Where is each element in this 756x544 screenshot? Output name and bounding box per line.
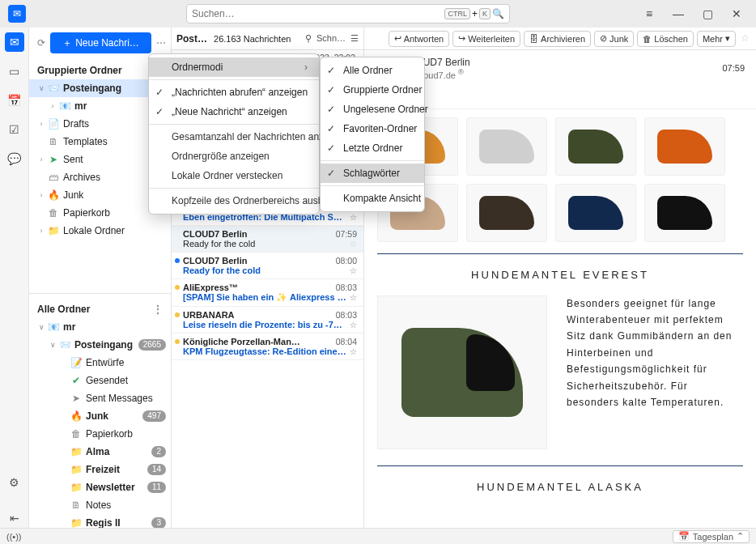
submenu-compact[interactable]: Kompakte Ansicht xyxy=(321,189,424,208)
reply-button[interactable]: ↩Antworten xyxy=(389,31,450,47)
message-row[interactable]: AliExpress™08:03[SPAM] Sie haben ein ✨ A… xyxy=(172,279,363,307)
settings-icon[interactable]: ⚙ xyxy=(5,473,24,492)
message-time: 07:59 xyxy=(722,63,745,73)
folder-a-regis[interactable]: 📁Regis II3 xyxy=(29,514,171,529)
forward-button[interactable]: ↪Weiterleiten xyxy=(452,31,520,47)
maximize-button[interactable]: ▢ xyxy=(696,2,719,25)
menu-show-new[interactable]: ✓„Neue Nachricht“ anzeigen xyxy=(149,102,319,121)
menu-show-fetch[interactable]: ✓„Nachrichten abrufen“ anzeigen xyxy=(149,83,319,102)
more-button[interactable]: Mehr▾ xyxy=(697,31,736,47)
all-folders-options-icon[interactable]: ⋮ xyxy=(153,304,163,315)
titlebar: ✉ CTRL + K 🔍 ≡ — ▢ ✕ xyxy=(0,0,756,28)
message-toolbar: ↩Antworten ↪Weiterleiten 🗄Archivieren ⊘J… xyxy=(364,28,756,50)
submenu-grouped[interactable]: ✓Gruppierte Ordner xyxy=(321,80,424,100)
menu-icon[interactable]: ≡ xyxy=(638,2,660,25)
all-folders-header: Alle Ordner⋮ xyxy=(29,297,171,318)
menu-hide-header[interactable]: Kopfzeile des Ordnerbereichs ausblenden xyxy=(149,191,319,210)
get-messages-icon[interactable]: ⟳ xyxy=(37,37,45,49)
folder-mode-submenu: ✓Alle Ordner ✓Gruppierte Ordner ✓Ungeles… xyxy=(320,57,425,212)
archive-button[interactable]: 🗄Archivieren xyxy=(524,31,591,47)
menu-hide-local[interactable]: Lokale Ordner verstecken xyxy=(149,166,319,185)
kbd-ctrl: CTRL xyxy=(444,8,470,19)
product-thumb[interactable] xyxy=(555,184,636,242)
activity-bar: ✉ ▭ 📅 ☑ 💬 ⚙ ⇤ xyxy=(0,28,29,528)
folder-a-notes[interactable]: 🗎Notes xyxy=(29,496,171,514)
message-row[interactable]: Königliche Porzellan-Manufaktur Berlin08… xyxy=(172,334,363,360)
folder-a-freizeit[interactable]: 📁Freizeit14 xyxy=(29,461,171,478)
filter-icon[interactable]: ⚲ xyxy=(305,33,312,44)
product-title-2: HUNDEMANTEL ALASKA xyxy=(377,481,743,493)
product-thumb[interactable] xyxy=(466,184,547,242)
search-icon: 🔍 xyxy=(492,8,504,19)
product-thumb[interactable] xyxy=(644,184,725,242)
agenda-button[interactable]: 📅Tagesplan⌃ xyxy=(673,530,750,543)
list-settings-icon[interactable]: ☰ xyxy=(350,33,359,44)
folder-a-news[interactable]: 📁Newsletter11 xyxy=(29,478,171,496)
menu-size[interactable]: Ordnergröße anzeigen xyxy=(149,147,319,166)
folder-a-papierkorb[interactable]: 🗑Papierkorb xyxy=(29,425,171,443)
product-thumb[interactable] xyxy=(555,117,636,176)
product-thumb[interactable] xyxy=(644,117,725,176)
compose-button[interactable]: ＋Neue Nachri… xyxy=(50,32,151,53)
message-row[interactable]: CLOUD7 Berlin08:00Ready for the cold☆ xyxy=(172,253,363,279)
folder-pane-options-icon[interactable]: ⋯ xyxy=(156,37,166,49)
submenu-fav[interactable]: ✓Favoriten-Ordner xyxy=(321,119,424,138)
submenu-recent[interactable]: ✓Letzte Ordner xyxy=(321,138,424,158)
message-row[interactable]: CLOUD7 Berlin07:59Ready for the cold☆ xyxy=(172,226,363,253)
folder-a-mr[interactable]: ∨📧mr xyxy=(29,318,171,336)
menu-ordnermodi[interactable]: Ordnermodi› xyxy=(149,57,319,77)
junk-button[interactable]: ⊘Junk xyxy=(594,31,634,47)
status-bar: ((•)) 📅Tagesplan⌃ xyxy=(0,528,756,544)
app-icon: ✉ xyxy=(8,5,26,23)
folder-lokale[interactable]: ›📁Lokale Ordner xyxy=(29,222,171,240)
tasks-tab-icon[interactable]: ☑ xyxy=(5,120,24,139)
search-box[interactable]: CTRL + K 🔍 xyxy=(186,4,510,23)
minimize-button[interactable]: — xyxy=(667,2,690,25)
folder-a-gesendet[interactable]: ✔Gesendet xyxy=(29,372,171,389)
delete-button[interactable]: 🗑Löschen xyxy=(637,31,694,47)
product-image-1 xyxy=(377,295,547,449)
submenu-tags[interactable]: ✓Schlagwörter xyxy=(321,164,424,183)
mail-tab-icon[interactable]: ✉ xyxy=(5,32,24,52)
message-row[interactable]: URBANARA08:03Leise rieseln die Prozente:… xyxy=(172,307,363,334)
product-desc-1: Besonders geeignet für lange Winterabent… xyxy=(567,295,743,449)
folder-a-entwurfe[interactable]: 📝Entwürfe xyxy=(29,354,171,372)
calendar-tab-icon[interactable]: 📅 xyxy=(5,91,24,110)
folder-a-alma[interactable]: 📁Alma2 xyxy=(29,443,171,461)
menu-total[interactable]: Gesamtanzahl der Nachrichten anzeigen xyxy=(149,127,319,147)
product-title-1: HUNDEMANTEL EVEREST xyxy=(377,269,743,281)
product-thumb[interactable] xyxy=(466,117,547,176)
search-input[interactable] xyxy=(192,8,443,19)
message-subject: he cold xyxy=(376,88,745,102)
connection-icon[interactable]: ((•)) xyxy=(6,532,22,542)
chat-tab-icon[interactable]: 💬 xyxy=(5,149,24,168)
submenu-all[interactable]: ✓Alle Ordner xyxy=(321,61,424,80)
addressbook-tab-icon[interactable]: ▭ xyxy=(5,62,24,81)
collapse-icon[interactable]: ⇤ xyxy=(5,508,24,528)
folder-a-junk[interactable]: 🔥Junk497 xyxy=(29,407,171,425)
kbd-k: K xyxy=(479,8,491,19)
folder-a-sentmsg[interactable]: ➤Sent Messages xyxy=(29,389,171,407)
folder-a-posteingang[interactable]: ∨📨Posteingang2665 xyxy=(29,336,171,354)
close-button[interactable]: ✕ xyxy=(725,2,748,25)
star-icon[interactable]: ☆ xyxy=(739,31,751,47)
message-list-header: Post… 26.163 Nachrichten ⚲ Schn… ☰ xyxy=(172,28,363,50)
folder-pane-options-menu: Ordnermodi› ✓„Nachrichten abrufen“ anzei… xyxy=(148,53,320,215)
submenu-unread[interactable]: ✓Ungelesene Ordner xyxy=(321,100,424,119)
